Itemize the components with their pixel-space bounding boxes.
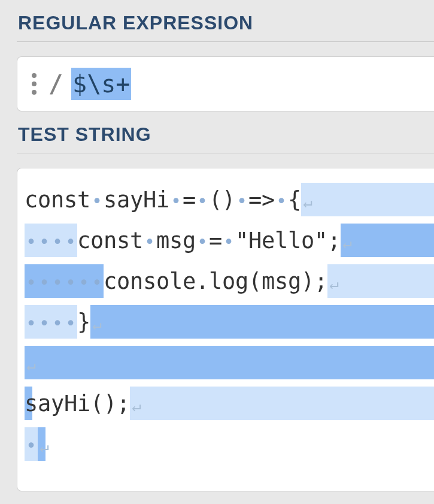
space-marker: • (64, 233, 77, 251)
space-marker: • (64, 274, 77, 292)
match-highlight (341, 224, 434, 257)
match-highlight (327, 264, 434, 298)
test-string-editor[interactable]: const•sayHi•=•()•=>•{↵••••const•msg•=•"H… (17, 168, 434, 491)
space-marker: • (77, 274, 90, 292)
regex-input-box[interactable]: / $\s+ (17, 56, 434, 111)
regex-token-quant: + (116, 70, 130, 98)
space-marker: • (25, 437, 38, 455)
regex-section-heading: REGULAR EXPRESSION (17, 0, 434, 42)
space-marker: • (90, 192, 104, 210)
space-marker: • (25, 233, 38, 251)
code-line: •↵ (25, 424, 51, 464)
space-marker: • (38, 274, 51, 292)
space-marker: • (51, 315, 64, 333)
newline-marker: ↵ (25, 357, 38, 373)
space-marker: • (275, 192, 288, 210)
space-marker: • (51, 233, 64, 251)
space-marker: • (235, 192, 248, 210)
regex-delimiter: / (48, 70, 63, 98)
space-marker: • (25, 274, 38, 292)
space-marker: • (38, 233, 51, 251)
match-highlight (90, 305, 434, 339)
space-marker: • (25, 315, 38, 333)
code-line: ••••const•msg•=•"Hello";↵ (25, 220, 354, 261)
space-marker: • (64, 315, 77, 333)
match-highlight (130, 387, 434, 420)
match-highlight (25, 346, 434, 379)
regex-token-class: \s (87, 70, 116, 98)
test-section-heading: TEST STRING (17, 111, 434, 153)
regex-token-anchor: $ (72, 70, 87, 98)
menu-dots-icon[interactable] (28, 71, 40, 97)
space-marker: • (196, 192, 209, 210)
newline-marker: ↵ (327, 276, 341, 291)
newline-marker: ↵ (341, 235, 354, 251)
space-marker: • (196, 233, 209, 251)
space-marker: • (222, 233, 235, 251)
code-line: const•sayHi•=•()•=>•{↵ (25, 179, 314, 220)
code-line: ↵ (25, 342, 38, 383)
code-line: ••••••console.log(msg);↵ (25, 261, 341, 301)
space-marker: • (38, 315, 51, 333)
regex-pattern[interactable]: $\s+ (71, 68, 131, 100)
code-line: ••••}↵ (25, 301, 104, 342)
space-marker: • (143, 233, 156, 251)
newline-marker: ↵ (301, 194, 314, 210)
newline-marker: ↵ (38, 439, 51, 454)
newline-marker: ↵ (90, 316, 104, 332)
space-marker: • (51, 274, 64, 292)
match-highlight (301, 183, 434, 216)
code-line: sayHi();↵ (25, 383, 143, 424)
newline-marker: ↵ (130, 398, 143, 414)
space-marker: • (90, 274, 104, 292)
space-marker: • (169, 192, 183, 210)
